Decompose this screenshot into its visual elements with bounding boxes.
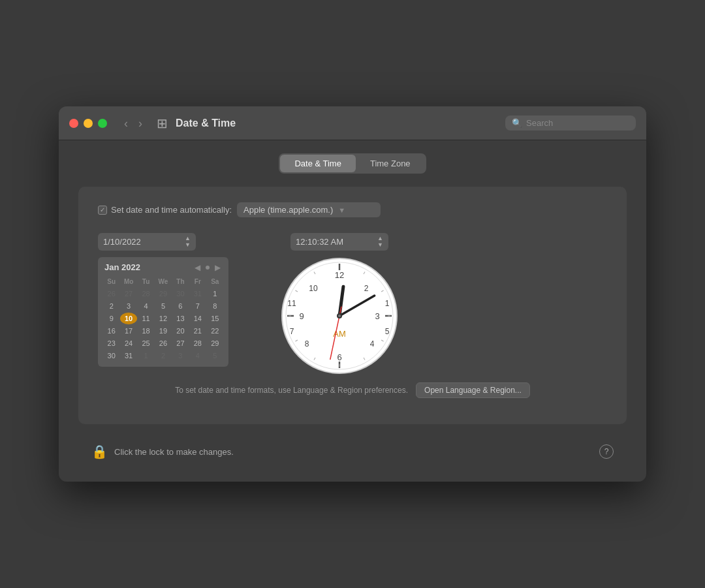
time-value: 12:10:32 AM — [296, 237, 343, 247]
search-input[interactable] — [526, 118, 629, 128]
cal-header-we: We — [155, 276, 171, 287]
maximize-button[interactable] — [98, 119, 107, 128]
calendar-nav: ◀ ▶ — [193, 263, 222, 272]
auto-checkbox-area[interactable]: Set date and time automatically: — [98, 205, 232, 215]
list-item[interactable]: 4 — [138, 300, 154, 312]
open-language-region-button[interactable]: Open Language & Region... — [416, 382, 530, 398]
minimize-button[interactable] — [84, 119, 93, 128]
list-item[interactable]: 29 — [207, 337, 223, 349]
list-item[interactable]: 14 — [189, 313, 206, 324]
calendar: Jan 2022 ◀ ▶ Su Mo Tu We — [98, 257, 228, 367]
svg-text:8: 8 — [305, 339, 309, 348]
time-down-arrow[interactable]: ▼ — [377, 242, 383, 248]
lock-icon[interactable]: 🔒 — [91, 444, 108, 459]
list-item[interactable]: 29 — [155, 288, 171, 300]
traffic-lights — [69, 119, 107, 128]
list-item[interactable]: 4 — [189, 350, 206, 362]
back-button[interactable]: ‹ — [120, 116, 132, 131]
cal-header-su: Su — [103, 276, 119, 287]
list-item[interactable]: 5 — [155, 300, 171, 312]
date-time-row: 1/10/2022 ▲ ▼ Jan 2022 ◀ — [98, 233, 607, 375]
list-item[interactable]: 21 — [189, 325, 206, 337]
svg-text:11: 11 — [287, 299, 296, 308]
grid-icon[interactable]: ⊞ — [157, 116, 168, 131]
list-item[interactable]: 13 — [172, 313, 189, 324]
page-title: Date & Time — [176, 117, 497, 129]
tab-time-zone[interactable]: Time Zone — [356, 155, 425, 172]
list-item[interactable]: 19 — [155, 325, 171, 337]
list-item[interactable]: 3 — [172, 350, 189, 362]
list-item[interactable]: 3 — [120, 300, 136, 312]
list-item[interactable]: 2 — [155, 350, 171, 362]
list-item[interactable]: 11 — [138, 313, 154, 324]
list-item[interactable]: 31 — [120, 350, 136, 362]
list-item[interactable]: 9 — [103, 313, 119, 324]
date-up-arrow[interactable]: ▲ — [185, 236, 191, 241]
date-down-arrow[interactable]: ▼ — [185, 242, 191, 248]
list-item[interactable]: 15 — [207, 313, 223, 324]
server-label: Apple (time.apple.com.) — [243, 205, 333, 215]
clock-svg: 12 3 6 9 2 10 4 8 1 11 5 7 — [281, 257, 398, 375]
calendar-prev-button[interactable]: ◀ — [193, 263, 202, 272]
list-item[interactable]: 28 — [189, 337, 206, 349]
list-item[interactable]: 20 — [172, 325, 189, 337]
list-item[interactable]: 12 — [155, 313, 171, 324]
forward-button[interactable]: › — [134, 116, 146, 131]
cal-header-tu: Tu — [138, 276, 154, 287]
search-icon: 🔍 — [512, 118, 522, 128]
footer: 🔒 Click the lock to make changes. ? — [78, 435, 627, 469]
cal-header-sa: Sa — [207, 276, 223, 287]
svg-text:9: 9 — [299, 311, 304, 321]
search-box[interactable]: 🔍 — [505, 116, 636, 131]
list-item[interactable]: 30 — [172, 288, 189, 300]
list-item[interactable]: 25 — [138, 337, 154, 349]
content-area: Date & Time Time Zone Set date and time … — [59, 140, 646, 482]
list-item[interactable]: 22 — [207, 325, 223, 337]
bottom-info: To set date and time formats, use Langua… — [98, 375, 607, 406]
info-text: To set date and time formats, use Langua… — [175, 386, 408, 395]
date-value: 1/10/2022 — [103, 237, 141, 247]
analog-clock: 12 3 6 9 2 10 4 8 1 11 5 7 — [281, 257, 398, 375]
list-item[interactable]: 30 — [103, 350, 119, 362]
calendar-today-cell[interactable]: 10 — [120, 313, 136, 324]
list-item[interactable]: 1 — [207, 288, 223, 300]
time-stepper[interactable]: 12:10:32 AM ▲ ▼ — [290, 233, 388, 251]
date-arrows: ▲ ▼ — [185, 236, 191, 248]
date-column: 1/10/2022 ▲ ▼ Jan 2022 ◀ — [98, 233, 228, 367]
calendar-today-dot — [206, 266, 210, 270]
calendar-next-button[interactable]: ▶ — [213, 263, 222, 272]
svg-text:2: 2 — [364, 284, 369, 293]
svg-text:6: 6 — [337, 352, 341, 362]
auto-checkbox[interactable] — [98, 206, 107, 215]
list-item[interactable]: 1 — [138, 350, 154, 362]
list-item[interactable]: 23 — [103, 337, 119, 349]
settings-panel: Set date and time automatically: Apple (… — [78, 187, 627, 424]
svg-text:1: 1 — [385, 299, 390, 308]
time-arrows: ▲ ▼ — [377, 236, 383, 248]
list-item[interactable]: 18 — [138, 325, 154, 337]
list-item[interactable]: 6 — [172, 300, 189, 312]
list-item[interactable]: 2 — [103, 300, 119, 312]
list-item[interactable]: 24 — [120, 337, 136, 349]
cal-header-mo: Mo — [120, 276, 136, 287]
list-item[interactable]: 27 — [172, 337, 189, 349]
calendar-month-year: Jan 2022 — [104, 262, 140, 272]
list-item[interactable]: 5 — [207, 350, 223, 362]
list-item[interactable]: 26 — [103, 288, 119, 300]
list-item[interactable]: 16 — [103, 325, 119, 337]
list-item[interactable]: 8 — [207, 300, 223, 312]
time-up-arrow[interactable]: ▲ — [377, 236, 383, 241]
close-button[interactable] — [69, 119, 78, 128]
list-item[interactable]: 31 — [189, 288, 206, 300]
list-item[interactable]: 28 — [138, 288, 154, 300]
list-item[interactable]: 17 — [120, 325, 136, 337]
tab-date-time[interactable]: Date & Time — [280, 155, 356, 172]
server-dropdown[interactable]: Apple (time.apple.com.) ▼ — [237, 202, 381, 217]
help-button[interactable]: ? — [599, 444, 614, 459]
main-window: ‹ › ⊞ Date & Time 🔍 Date & Time Time Zon… — [59, 106, 646, 482]
list-item[interactable]: 27 — [120, 288, 136, 300]
list-item[interactable]: 7 — [189, 300, 206, 312]
list-item[interactable]: 26 — [155, 337, 171, 349]
time-column: 12:10:32 AM ▲ ▼ — [281, 233, 398, 375]
date-stepper[interactable]: 1/10/2022 ▲ ▼ — [98, 233, 196, 251]
